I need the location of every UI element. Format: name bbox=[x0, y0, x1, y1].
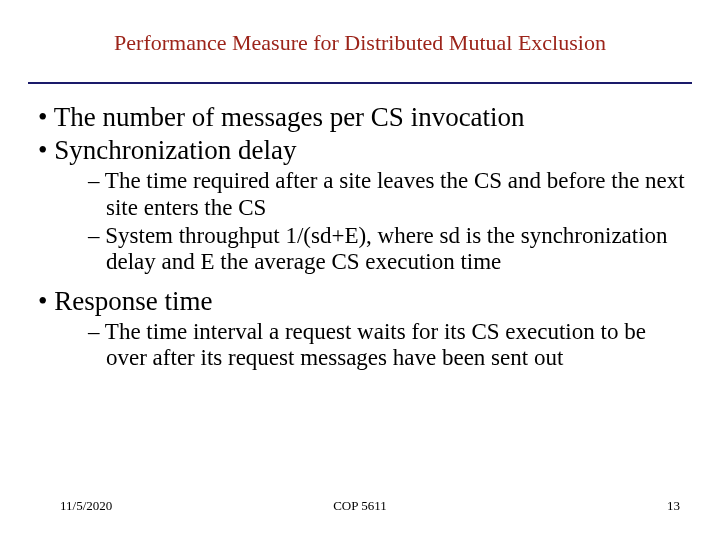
slide-footer: 11/5/2020 COP 5611 13 bbox=[0, 498, 720, 518]
bullet-level2: The time required after a site leaves th… bbox=[28, 168, 692, 221]
bullet-level2: The time interval a request waits for it… bbox=[28, 319, 692, 372]
bullet-level1: Response time bbox=[28, 286, 692, 317]
footer-slide-number: 13 bbox=[667, 498, 680, 514]
bullet-text: The number of messages per CS invocation bbox=[54, 102, 525, 132]
bullet-text: System throughput 1/(sd+E), where sd is … bbox=[105, 223, 667, 274]
bullet-text: The time interval a request waits for it… bbox=[105, 319, 646, 370]
bullet-level2: System throughput 1/(sd+E), where sd is … bbox=[28, 223, 692, 276]
bullet-text: Synchronization delay bbox=[54, 135, 296, 165]
spacer bbox=[28, 278, 692, 284]
slide: Performance Measure for Distributed Mutu… bbox=[0, 0, 720, 540]
bullet-level1: Synchronization delay bbox=[28, 135, 692, 166]
title-divider bbox=[28, 82, 692, 84]
footer-course: COP 5611 bbox=[0, 498, 720, 514]
slide-content: The number of messages per CS invocation… bbox=[28, 100, 692, 374]
bullet-text: The time required after a site leaves th… bbox=[105, 168, 685, 219]
bullet-level1: The number of messages per CS invocation bbox=[28, 102, 692, 133]
bullet-text: Response time bbox=[54, 286, 212, 316]
slide-title: Performance Measure for Distributed Mutu… bbox=[0, 30, 720, 56]
